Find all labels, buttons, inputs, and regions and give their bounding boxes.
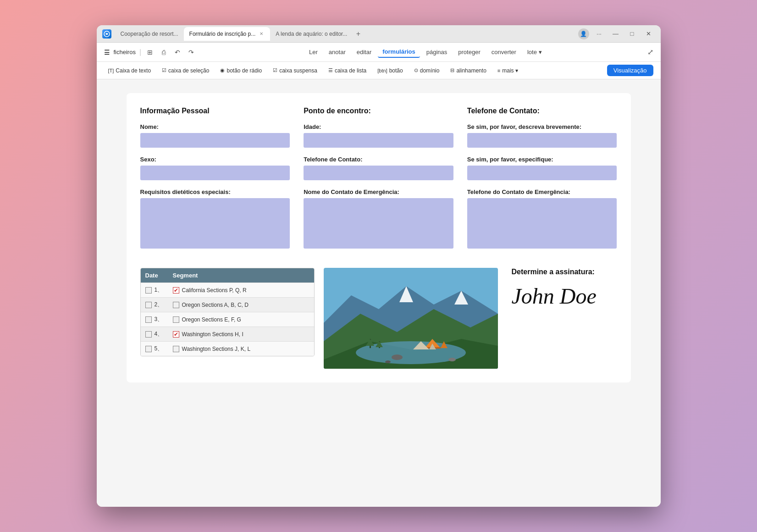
emergency-tel-textarea[interactable] <box>467 198 617 249</box>
tab-2-label: Formulário de inscrição p... <box>189 31 256 37</box>
nome-field: Nome: <box>140 123 290 148</box>
meeting-section: Ponto de encontro: Idade: Telefone de Co… <box>304 107 453 257</box>
tool-radio-label: botão de rádio <box>227 67 262 74</box>
emergency-name-textarea[interactable] <box>304 198 453 249</box>
checkmark-icon: ✔ <box>174 288 178 293</box>
row4-num: 4、 <box>155 330 163 338</box>
sexo-label: Sexo: <box>140 156 290 163</box>
row2-segment-checkbox[interactable] <box>173 302 179 308</box>
table-row: 2、 Oregon Sections A, B, C, D <box>141 297 314 312</box>
tab-2-close[interactable]: ✕ <box>258 31 265 37</box>
minimize-button[interactable]: — <box>609 29 622 39</box>
button-tool-icon: [btn] <box>377 68 387 73</box>
td-date-1: 1、 <box>141 283 168 297</box>
svg-point-13 <box>392 355 403 360</box>
mountain-image <box>324 268 498 369</box>
window-controls: 👤 ··· — □ ✕ <box>578 28 655 39</box>
tool-align-label: alinhamento <box>456 67 486 74</box>
toolbar-main: ☰ ficheiros | ⊞ ⎙ ↶ ↷ Ler anotar editar … <box>97 43 661 62</box>
row1-segment-checkbox[interactable]: ✔ <box>173 287 179 294</box>
files-label[interactable]: ficheiros <box>114 49 136 55</box>
content-area: Informação Pessoal Nome: Sexo: Requisito… <box>97 79 661 507</box>
tab-add-button[interactable]: + <box>353 28 364 39</box>
app-icon <box>102 29 111 39</box>
print-icon[interactable]: ⎙ <box>159 47 169 57</box>
tool-button[interactable]: [btn] botão <box>373 65 407 76</box>
sexo-input[interactable] <box>140 166 290 180</box>
specify-field: Se sim, por favor, especifique: <box>467 156 617 180</box>
row2-num: 2、 <box>155 301 163 309</box>
row1-num: 1、 <box>155 286 163 294</box>
contact-section: Telefone de Contato: Se sim, por favor, … <box>467 107 617 257</box>
nav-converter[interactable]: converter <box>487 47 521 57</box>
tool-align[interactable]: ⊟ alinhamento <box>446 65 490 76</box>
external-link-icon[interactable]: ⤢ <box>647 48 653 56</box>
preview-button[interactable]: Visualização <box>607 65 653 76</box>
nav-anotar[interactable]: anotar <box>324 47 350 57</box>
diet-textarea[interactable] <box>140 198 290 249</box>
row1-date-checkbox[interactable] <box>145 287 152 294</box>
idade-input[interactable] <box>304 133 453 148</box>
tool-listbox[interactable]: ☰ caixa de lista <box>324 65 370 76</box>
tool-combobox[interactable]: ☑ caixa suspensa <box>269 65 321 76</box>
row5-segment-text: Washington Sections J, K, L <box>182 346 251 352</box>
menu-icon[interactable]: ☰ <box>104 49 110 56</box>
redo-icon[interactable]: ↷ <box>186 47 196 57</box>
nav-formularios[interactable]: formulários <box>378 46 420 58</box>
close-button[interactable]: ✕ <box>642 29 655 39</box>
more-menu-button[interactable]: ··· <box>593 29 606 39</box>
row3-segment-checkbox[interactable] <box>173 316 179 323</box>
nav-lote[interactable]: lote ▾ <box>523 47 547 57</box>
tab-3[interactable]: A lenda de aquário: o editor... <box>270 27 353 41</box>
tab-1[interactable]: Cooperação de resort... <box>115 27 184 41</box>
tool-domain[interactable]: ⊙ domínio <box>410 65 444 76</box>
specify-input[interactable] <box>467 166 617 180</box>
telefone-input[interactable] <box>304 166 453 180</box>
tool-combobox-label: caixa suspensa <box>279 67 317 74</box>
nome-input[interactable] <box>140 133 290 148</box>
row5-num: 5、 <box>155 345 163 353</box>
toolbar-divider-1: | <box>139 48 141 56</box>
th-segment: Segment <box>168 268 314 283</box>
specify-label: Se sim, por favor, especifique: <box>467 156 617 163</box>
browser-window: Cooperação de resort... Formulário de in… <box>97 25 661 507</box>
nav-proteger[interactable]: proteger <box>453 47 485 57</box>
row2-date-checkbox[interactable] <box>145 302 152 308</box>
title-bar: Cooperação de resort... Formulário de in… <box>97 25 661 43</box>
form-section-row: Informação Pessoal Nome: Sexo: Requisito… <box>140 107 617 257</box>
row5-segment-checkbox[interactable] <box>173 346 179 352</box>
nav-paginas[interactable]: páginas <box>422 47 452 57</box>
td-segment-1: ✔ California Sections P, Q, R <box>168 284 314 297</box>
nav-editar[interactable]: editar <box>352 47 376 57</box>
maximize-button[interactable]: □ <box>626 29 639 39</box>
td-segment-4: ✔ Washington Sections H, I <box>168 328 314 341</box>
copy-icon[interactable]: ⊞ <box>145 47 155 57</box>
tab-2[interactable]: Formulário de inscrição p... ✕ <box>184 27 271 41</box>
telefone-label: Telefone de Contato: <box>304 156 453 163</box>
tool-text-box[interactable]: [T] Caixa de texto <box>104 65 155 76</box>
signature-value: John Doe <box>512 283 613 309</box>
checkmark-icon-4: ✔ <box>174 332 178 337</box>
table-row: 1、 ✔ California Sections P, Q, R <box>141 283 314 297</box>
undo-icon[interactable]: ↶ <box>172 47 182 57</box>
emergency-tel-label: Telefone do Contato de Emergência: <box>467 188 617 195</box>
tool-checkbox[interactable]: ☑ caixa de seleção <box>158 65 213 76</box>
idade-label: Idade: <box>304 123 453 130</box>
row5-date-checkbox[interactable] <box>145 346 152 352</box>
row3-date-checkbox[interactable] <box>145 316 152 323</box>
telefone-field: Telefone de Contato: <box>304 156 453 180</box>
th-date: Date <box>141 268 168 283</box>
signature-title: Determine a assinatura: <box>512 268 613 276</box>
tool-more[interactable]: ≡ mais ▾ <box>493 65 522 76</box>
row4-date-checkbox[interactable] <box>145 331 152 338</box>
emergency-name-label: Nome do Contato de Emergência: <box>304 188 453 195</box>
row4-segment-checkbox[interactable]: ✔ <box>173 331 179 338</box>
td-date-2: 2、 <box>141 298 168 312</box>
nav-ler[interactable]: Ler <box>304 47 322 57</box>
tool-button-label: botão <box>389 67 403 74</box>
user-avatar[interactable]: 👤 <box>578 28 589 39</box>
tool-radio[interactable]: ◉ botão de rádio <box>216 65 266 76</box>
describe-input[interactable] <box>467 133 617 148</box>
toolbar-tools: [T] Caixa de texto ☑ caixa de seleção ◉ … <box>97 62 661 79</box>
toolbar-nav: Ler anotar editar formulários páginas pr… <box>205 46 645 58</box>
